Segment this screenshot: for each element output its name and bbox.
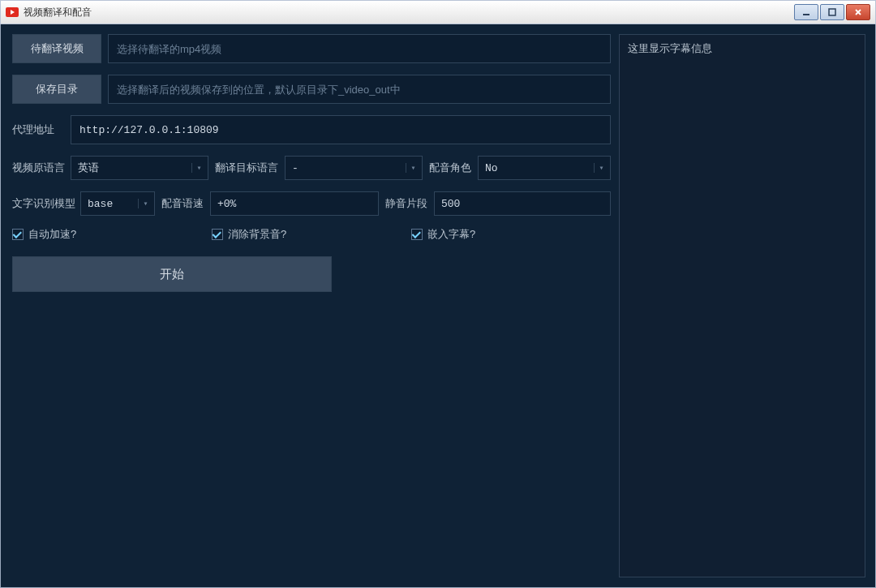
save-dir-input[interactable] <box>108 75 611 104</box>
asr-model-select[interactable]: base ▾ <box>80 191 155 216</box>
embed-subtitle-checkbox[interactable]: 嵌入字幕? <box>411 227 611 242</box>
close-button[interactable] <box>846 4 870 20</box>
checkbox-icon <box>212 229 223 240</box>
voice-speed-input[interactable] <box>210 191 379 216</box>
voice-role-value: No <box>485 162 594 174</box>
video-path-input[interactable] <box>108 34 611 63</box>
target-lang-label: 翻译目标语言 <box>215 161 278 175</box>
auto-accel-label: 自动加速? <box>28 227 76 242</box>
chevron-down-icon: ▾ <box>594 163 605 173</box>
embed-subtitle-label: 嵌入字幕? <box>427 227 475 242</box>
src-lang-value: 英语 <box>78 161 191 175</box>
svg-rect-2 <box>803 14 809 15</box>
voice-speed-label: 配音语速 <box>161 196 204 211</box>
subtitle-panel: 这里显示字幕信息 <box>619 34 865 577</box>
proxy-label: 代理地址 <box>12 122 64 137</box>
remove-bg-audio-label: 消除背景音? <box>228 227 286 242</box>
remove-bg-audio-checkbox[interactable]: 消除背景音? <box>212 227 411 242</box>
checkbox-icon <box>12 229 24 240</box>
maximize-button[interactable] <box>820 4 844 20</box>
main-form: 待翻译视频 保存目录 代理地址 视频原语言 英语 ▾ 翻译目标语言 - <box>1 24 619 587</box>
subtitle-placeholder: 这里显示字幕信息 <box>628 42 712 54</box>
voice-role-select[interactable]: No ▾ <box>478 156 611 180</box>
select-video-button[interactable]: 待翻译视频 <box>12 34 101 63</box>
src-lang-select[interactable]: 英语 ▾ <box>71 156 208 180</box>
window-title: 视频翻译和配音 <box>24 6 92 19</box>
asr-model-value: base <box>88 198 138 210</box>
chevron-down-icon: ▾ <box>191 163 203 173</box>
title-bar: 视频翻译和配音 <box>0 0 876 24</box>
proxy-input[interactable] <box>71 115 611 144</box>
src-lang-label: 视频原语言 <box>12 161 64 175</box>
checkbox-icon <box>411 229 423 240</box>
chevron-down-icon: ▾ <box>138 199 149 208</box>
silence-input[interactable] <box>434 191 611 216</box>
svg-rect-3 <box>829 9 835 15</box>
select-save-dir-button[interactable]: 保存目录 <box>12 75 101 104</box>
silence-label: 静音片段 <box>385 196 427 211</box>
target-lang-value: - <box>292 162 406 174</box>
app-icon <box>6 6 19 18</box>
target-lang-select[interactable]: - ▾ <box>285 156 423 180</box>
chevron-down-icon: ▾ <box>406 163 417 173</box>
minimize-button[interactable] <box>794 4 818 20</box>
start-button[interactable]: 开始 <box>12 256 332 292</box>
auto-accel-checkbox[interactable]: 自动加速? <box>12 227 212 242</box>
asr-model-label: 文字识别模型 <box>12 196 74 211</box>
voice-role-label: 配音角色 <box>429 161 471 175</box>
